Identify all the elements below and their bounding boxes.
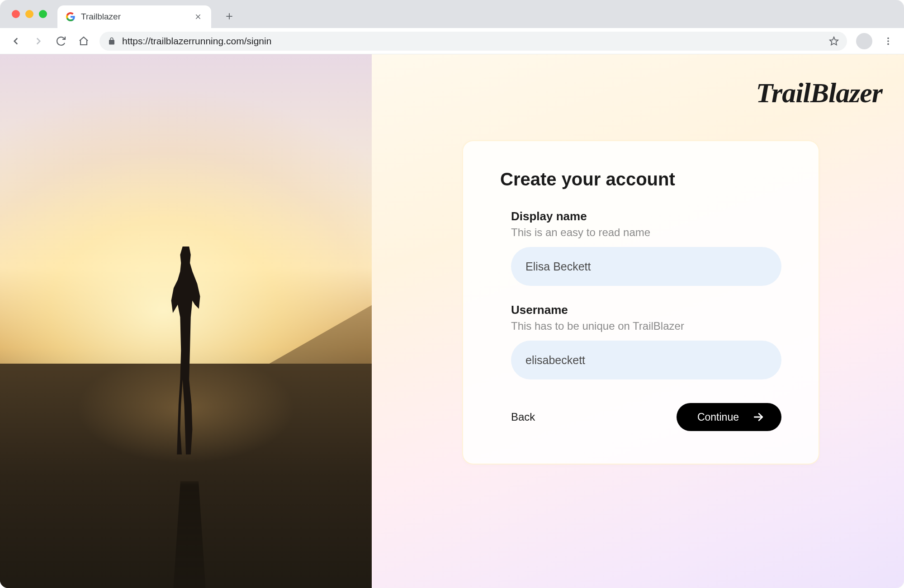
tab-close-button[interactable] [193,12,203,22]
svg-point-5 [887,37,889,39]
display-name-label: Display name [511,209,781,223]
window-maximize-button[interactable] [39,10,47,18]
arrow-right-icon [753,411,764,423]
page-content: TrailBlazer Create your account Display … [0,54,904,588]
window-minimize-button[interactable] [25,10,33,18]
url-text: https://trailblazerrunning.com/signin [122,36,823,47]
username-helper: This has to be unique on TrailBlazer [511,320,781,332]
continue-button[interactable]: Continue [677,403,781,431]
display-name-helper: This is an easy to read name [511,226,781,239]
back-nav-button[interactable] [6,32,25,51]
address-bar[interactable]: https://trailblazerrunning.com/signin [99,32,847,51]
display-name-input[interactable] [511,247,781,286]
svg-marker-4 [830,37,838,44]
back-button[interactable]: Back [511,411,535,423]
card-title: Create your account [500,169,781,190]
browser-toolbar: https://trailblazerrunning.com/signin [0,28,904,54]
username-input[interactable] [511,341,781,379]
window-close-button[interactable] [12,10,20,18]
display-name-group: Display name This is an easy to read nam… [500,209,781,286]
browser-window: Trailblazer [0,0,904,588]
profile-avatar[interactable] [856,33,872,49]
browser-menu-button[interactable] [879,32,898,51]
username-label: Username [511,303,781,317]
new-tab-button[interactable] [220,7,238,25]
reload-button[interactable] [52,32,71,51]
svg-point-6 [887,40,889,42]
home-button[interactable] [74,32,93,51]
hero-image [0,54,372,588]
window-controls [12,10,47,18]
lock-icon [108,37,116,45]
tab-favicon-icon [66,12,76,22]
bookmark-star-icon[interactable] [829,36,839,46]
username-group: Username This has to be unique on TrailB… [500,303,781,379]
svg-point-7 [887,43,889,45]
forward-nav-button[interactable] [29,32,48,51]
continue-button-label: Continue [697,411,739,423]
button-row: Back Continue [500,403,781,431]
brand-logo: TrailBlazer [756,77,882,109]
runner-silhouette [150,247,222,459]
signup-card: Create your account Display name This is… [462,140,819,465]
signup-panel: TrailBlazer Create your account Display … [372,54,904,588]
tab-title: Trailblazer [81,12,188,22]
browser-tab-bar: Trailblazer [0,0,904,28]
browser-tab[interactable]: Trailblazer [57,5,211,28]
